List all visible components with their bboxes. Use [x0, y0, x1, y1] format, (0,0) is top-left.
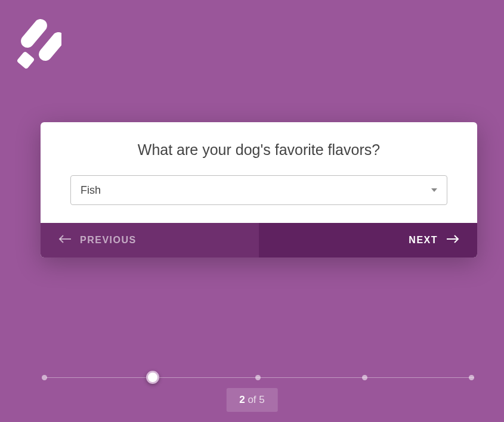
progress-step[interactable]: [255, 375, 261, 380]
arrow-right-icon: [446, 235, 459, 246]
brand-logo: [11, 12, 61, 70]
progress-total-number: 5: [259, 394, 264, 405]
chevron-down-icon: [431, 188, 437, 192]
previous-label: PREVIOUS: [80, 235, 137, 246]
card-footer: PREVIOUS NEXT: [41, 223, 477, 257]
progress-step[interactable]: [469, 375, 474, 380]
progress-label: 2 of 5: [226, 388, 278, 412]
progress-step[interactable]: [42, 375, 47, 380]
survey-card: What are your dog's favorite flavors? Fi…: [41, 122, 477, 257]
card-body: What are your dog's favorite flavors? Fi…: [41, 122, 477, 223]
arrow-left-icon: [58, 235, 72, 246]
progress-dots: [42, 375, 474, 380]
previous-button[interactable]: PREVIOUS: [41, 223, 259, 257]
question-text: What are your dog's favorite flavors?: [70, 141, 447, 159]
progress-bar: [42, 375, 474, 380]
svg-rect-2: [17, 51, 35, 70]
next-label: NEXT: [409, 235, 438, 246]
progress-current-indicator[interactable]: [146, 371, 159, 384]
next-button[interactable]: NEXT: [259, 223, 477, 257]
progress-of: of: [245, 394, 259, 405]
flavor-select[interactable]: Fish: [70, 175, 447, 205]
progress-step[interactable]: [362, 375, 367, 380]
select-value: Fish: [81, 184, 431, 197]
